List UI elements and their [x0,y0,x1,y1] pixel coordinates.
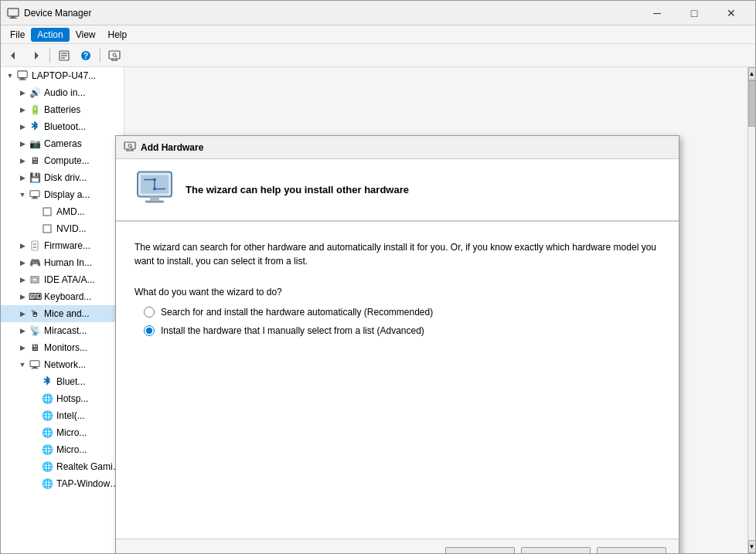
tree-item-intel[interactable]: 🌐 Intel(... [1,407,124,424]
tree-item-realtek[interactable]: 🌐 Realtek Gaming GbE Family Controller [1,458,124,475]
tree-item-network[interactable]: ▼ Network... [1,356,124,373]
expand-ide[interactable]: ▶ [16,274,29,286]
nvidia-label: NVID... [56,223,87,234]
expand-disk[interactable]: ▶ [16,172,29,184]
toolbar-forward-btn[interactable] [26,46,46,65]
expand-miracast[interactable]: ▶ [16,325,29,337]
tree-item-firmware[interactable]: ▶ Firmware... [1,237,124,254]
expand-audio[interactable]: ▶ [16,87,29,99]
expand-computer[interactable]: ▶ [16,155,29,167]
menu-bar: File Action View Help [1,25,755,44]
menu-action[interactable]: Action [31,28,69,42]
menu-view[interactable]: View [70,28,102,42]
close-button[interactable]: ✕ [713,2,749,24]
dialog-title-text: Add Hardware [141,142,203,153]
svg-rect-0 [8,8,19,16]
tree-item-mice[interactable]: ▶ 🖱 Mice and... [1,305,124,322]
radio-option-auto[interactable]: Search for and install the hardware auto… [144,307,660,318]
minimize-button[interactable]: ─ [639,2,675,24]
next-button[interactable]: Next > [521,547,591,553]
micro1-label: Micro... [56,427,87,438]
cancel-button[interactable]: Cancel [597,547,666,553]
svg-rect-29 [32,278,37,281]
svg-point-46 [153,178,156,181]
tree-item-bt[interactable]: Bluet... [1,373,124,390]
monitors-label: Monitors... [44,342,87,353]
expand-firmware[interactable]: ▶ [16,240,29,252]
svg-point-15 [113,53,116,56]
tree-item-ide[interactable]: ▶ IDE ATA/A... [1,271,124,288]
tree-item-nvidia[interactable]: NVID... [1,220,124,237]
dialog-body-text: The wizard can search for other hardware… [135,240,660,268]
miracast-icon: 📡 [29,325,41,337]
toolbar-help-btn[interactable]: ? [76,46,96,65]
toolbar-properties-btn[interactable] [54,46,74,65]
svg-marker-3 [11,52,15,59]
tree-item-keyboard[interactable]: ▶ ⌨ Keyboard... [1,288,124,305]
expand-display[interactable]: ▼ [16,189,29,201]
expand-network[interactable]: ▼ [16,359,29,371]
expand-bluetooth[interactable]: ▶ [16,121,29,133]
toolbar-monitor-btn[interactable] [104,46,124,65]
maximize-button[interactable]: □ [676,2,712,24]
tree-item-bluetooth[interactable]: ▶ Bluetoot... [1,118,124,135]
expand-amd [29,206,41,218]
toolbar-sep-2 [100,49,100,63]
tree-item-miracast[interactable]: ▶ 📡 Miracast... [1,322,124,339]
realtek-label: Realtek Gaming GbE Family Controller [56,461,124,472]
dialog-content: The wizard can help you install other ha… [116,159,679,553]
tree-item-audio[interactable]: ▶ 🔊 Audio in... [1,84,124,101]
expand-icon[interactable]: ▼ [4,70,16,82]
svg-marker-4 [35,52,39,59]
tree-item-human[interactable]: ▶ 🎮 Human In... [1,254,124,271]
scroll-down-arrow[interactable]: ▼ [748,540,756,553]
dialog-title-bar: Add Hardware [116,136,679,159]
menu-file[interactable]: File [4,28,31,42]
tree-root[interactable]: ▼ LAPTOP-U47... [1,67,124,84]
svg-rect-11 [109,51,120,59]
toolbar: ? [1,44,755,67]
mice-label: Mice and... [44,308,90,319]
tree-root-label: LAPTOP-U47... [32,70,96,81]
micro2-label: Micro... [56,444,87,455]
tree-item-monitors[interactable]: ▶ 🖥 Monitors... [1,339,124,356]
expand-cameras[interactable]: ▶ [16,138,29,150]
expand-batteries[interactable]: ▶ [16,104,29,116]
radio-manual[interactable] [144,325,155,336]
expand-mice[interactable]: ▶ [16,308,29,320]
svg-point-37 [128,144,131,148]
menu-help[interactable]: Help [102,28,134,42]
tree-item-micro2[interactable]: 🌐 Micro... [1,441,124,458]
svg-rect-42 [145,200,164,202]
back-button[interactable]: < Back [445,547,515,553]
amd-label: AMD... [56,206,85,217]
tree-item-batteries[interactable]: ▶ 🔋 Batteries [1,101,124,118]
tree-item-computer[interactable]: ▶ 🖥 Compute... [1,152,124,169]
bluetooth-icon [29,121,41,133]
radio-option-manual[interactable]: Install the hardware that I manually sel… [144,325,660,336]
scroll-track[interactable] [748,80,756,540]
dialog-header: The wizard can help you install other ha… [116,159,679,221]
batteries-icon: 🔋 [29,104,41,116]
expand-monitors[interactable]: ▶ [16,342,29,354]
right-scrollbar[interactable]: ▲ ▼ [747,67,755,553]
tree-item-cameras[interactable]: ▶ 📷 Cameras [1,135,124,152]
expand-keyboard[interactable]: ▶ [16,291,29,303]
tree-item-disk[interactable]: ▶ 💾 Disk driv... [1,169,124,186]
tree-item-micro1[interactable]: 🌐 Micro... [1,424,124,441]
toolbar-back-btn[interactable] [4,46,24,65]
tree-item-hotspot[interactable]: 🌐 Hotsp... [1,390,124,407]
tree-item-display[interactable]: ▼ Display a... [1,186,124,203]
svg-rect-17 [18,71,27,78]
radio-auto[interactable] [144,307,155,318]
tree-item-tap[interactable]: 🌐 TAP-Windows Adapter V9 [1,475,124,492]
dialog-header-title: The wizard can help you install other ha… [186,184,409,195]
tree-item-amd[interactable]: AMD... [1,203,124,220]
scroll-up-arrow[interactable]: ▲ [748,67,756,80]
batteries-label: Batteries [44,104,80,115]
computer-icon [16,70,29,82]
audio-icon: 🔊 [29,87,41,99]
expand-nvidia [29,223,41,235]
expand-human[interactable]: ▶ [16,257,29,269]
realtek-icon: 🌐 [41,461,53,473]
